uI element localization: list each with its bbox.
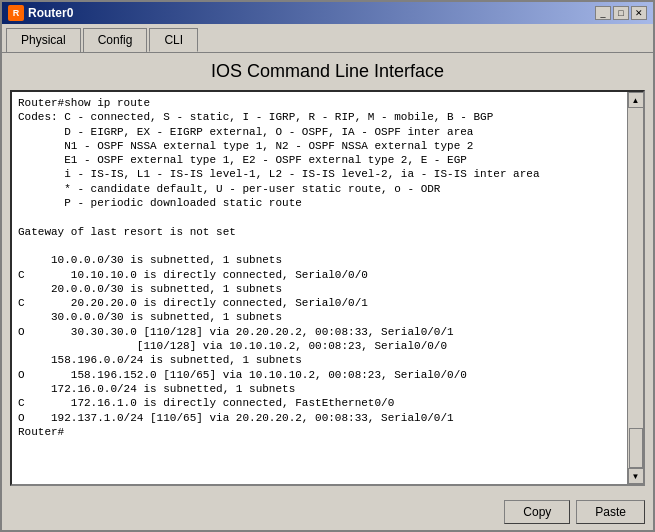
- tab-cli[interactable]: CLI: [149, 28, 198, 52]
- close-button[interactable]: ✕: [631, 6, 647, 20]
- minimize-button[interactable]: _: [595, 6, 611, 20]
- title-bar: R Router0 _ □ ✕: [2, 2, 653, 24]
- tab-bar: Physical Config CLI: [2, 24, 653, 52]
- terminal-area[interactable]: Router#show ip route Codes: C - connecte…: [10, 90, 645, 486]
- tab-content: IOS Command Line Interface Router#show i…: [2, 52, 653, 494]
- bottom-bar: Copy Paste: [2, 494, 653, 530]
- copy-button[interactable]: Copy: [504, 500, 570, 524]
- scroll-down-button[interactable]: ▼: [628, 468, 644, 484]
- page-title: IOS Command Line Interface: [10, 61, 645, 82]
- scroll-up-button[interactable]: ▲: [628, 92, 644, 108]
- tab-physical[interactable]: Physical: [6, 28, 81, 52]
- window-controls: _ □ ✕: [595, 6, 647, 20]
- scrollbar-thumb[interactable]: [629, 428, 643, 468]
- tab-config[interactable]: Config: [83, 28, 148, 52]
- maximize-button[interactable]: □: [613, 6, 629, 20]
- window-icon: R: [8, 5, 24, 21]
- terminal-output: Router#show ip route Codes: C - connecte…: [18, 96, 637, 439]
- scrollbar-track: [628, 108, 643, 468]
- title-bar-text: R Router0: [8, 5, 73, 21]
- main-window: R Router0 _ □ ✕ Physical Config CLI IOS …: [0, 0, 655, 532]
- window-title: Router0: [28, 6, 73, 20]
- paste-button[interactable]: Paste: [576, 500, 645, 524]
- scrollbar: ▲ ▼: [627, 92, 643, 484]
